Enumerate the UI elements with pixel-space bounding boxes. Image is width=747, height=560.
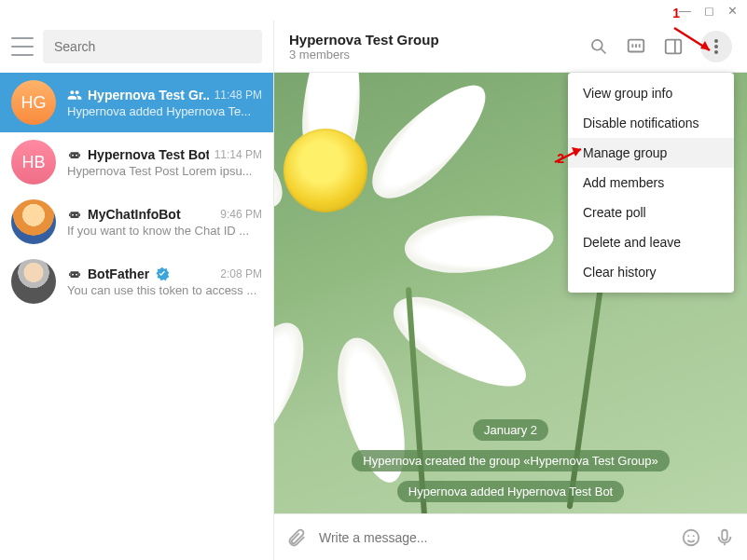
- bot-icon: [67, 207, 82, 222]
- annotation-arrow-1: [672, 22, 719, 60]
- menu-clear-history[interactable]: Clear history: [568, 257, 734, 287]
- sidebar-top: [0, 20, 273, 73]
- avatar: [11, 259, 56, 304]
- window-maximize[interactable]: ◻: [704, 5, 714, 17]
- app-body: HG Hypernova Test Gr... 11:48 PM Hyperno…: [0, 20, 747, 560]
- avatar: HB: [11, 140, 56, 184]
- service-messages: January 2 Hypernova created the group «H…: [274, 419, 747, 502]
- chat-name-label: MyChatInfoBot: [88, 207, 181, 222]
- svg-point-28: [687, 535, 689, 537]
- search-field[interactable]: [54, 39, 251, 54]
- chat-name-label: BotFather: [88, 266, 149, 281]
- svg-rect-10: [70, 271, 78, 278]
- window-close[interactable]: ✕: [727, 5, 738, 17]
- svg-point-11: [72, 273, 74, 275]
- svg-point-6: [72, 213, 74, 215]
- chat-time: 11:48 PM: [214, 89, 262, 102]
- svg-point-1: [72, 154, 74, 156]
- svg-rect-4: [79, 154, 80, 157]
- menu-delete-and-leave[interactable]: Delete and leave: [568, 227, 734, 257]
- chat-list-item[interactable]: HB Hypernova Test Bot 11:14 PM Hypernova…: [0, 132, 273, 192]
- svg-rect-13: [69, 273, 70, 276]
- svg-point-16: [592, 39, 602, 49]
- search-icon[interactable]: [588, 36, 609, 57]
- svg-point-7: [76, 213, 77, 215]
- chat-preview: You can use this token to access ...: [67, 283, 262, 297]
- chat-list: HG Hypernova Test Gr... 11:48 PM Hyperno…: [0, 73, 273, 560]
- chat-time: 9:46 PM: [220, 208, 262, 221]
- avatar: [11, 199, 56, 244]
- window-controls: — ◻ ✕: [0, 0, 747, 20]
- main-panel: Hypernova Test Group 3 members: [274, 20, 747, 560]
- menu-view-group-info[interactable]: View group info: [568, 78, 734, 108]
- chat-name-label: Hypernova Test Gr...: [88, 88, 209, 102]
- more-options-menu: View group info Disable notifications Ma…: [568, 73, 734, 293]
- avatar: HG: [11, 80, 56, 125]
- bot-icon: [67, 147, 82, 162]
- sidebar: HG Hypernova Test Gr... 11:48 PM Hyperno…: [0, 20, 274, 560]
- menu-manage-group[interactable]: Manage group: [568, 138, 734, 168]
- menu-create-poll[interactable]: Create poll: [568, 198, 734, 227]
- composer: [274, 513, 747, 560]
- group-icon: [67, 88, 82, 102]
- svg-point-2: [76, 154, 77, 156]
- svg-rect-8: [69, 213, 70, 216]
- chat-body: Hypernova Test Gr... 11:48 PM Hypernova …: [67, 88, 262, 118]
- chat-body: BotFather 2:08 PM You can use this token…: [67, 266, 262, 297]
- svg-point-27: [684, 529, 699, 545]
- emoji-icon[interactable]: [680, 526, 702, 549]
- menu-disable-notifications[interactable]: Disable notifications: [568, 108, 734, 138]
- svg-line-17: [602, 48, 606, 53]
- svg-rect-9: [79, 213, 80, 216]
- service-message: Hypernova created the group «Hypernova T…: [352, 450, 669, 471]
- chat-list-item[interactable]: BotFather 2:08 PM You can use this token…: [0, 252, 273, 311]
- svg-point-12: [76, 273, 77, 275]
- chat-name: Hypernova Test Gr...: [67, 88, 209, 102]
- discussion-icon[interactable]: [626, 36, 646, 57]
- svg-rect-14: [79, 273, 80, 276]
- search-input[interactable]: [43, 30, 262, 63]
- chat-preview: Hypernova added Hypernova Te...: [67, 104, 262, 118]
- chat-preview: Hypernova Test Post Lorem ipsu...: [67, 164, 262, 178]
- verified-icon: [155, 266, 170, 281]
- menu-icon[interactable]: [11, 37, 34, 56]
- chat-subtitle: 3 members: [289, 48, 577, 61]
- svg-rect-3: [69, 154, 70, 157]
- date-pill: January 2: [473, 419, 548, 441]
- svg-rect-0: [70, 152, 78, 158]
- chat-body: Hypernova Test Bot 11:14 PM Hypernova Te…: [67, 147, 262, 178]
- chat-name-label: Hypernova Test Bot: [88, 147, 209, 162]
- annotation-number-1: 1: [672, 6, 680, 20]
- message-input[interactable]: [319, 530, 669, 545]
- annotation-number-2: 2: [557, 151, 564, 166]
- chat-name: MyChatInfoBot: [67, 207, 181, 222]
- svg-point-29: [693, 535, 695, 537]
- window-minimize[interactable]: —: [679, 5, 691, 17]
- chat-name: BotFather: [67, 266, 170, 281]
- chat-titles[interactable]: Hypernova Test Group 3 members: [289, 32, 577, 61]
- service-message: Hypernova added Hypernova Test Bot: [397, 481, 624, 502]
- chat-list-item[interactable]: HG Hypernova Test Gr... 11:48 PM Hyperno…: [0, 73, 273, 132]
- attach-icon[interactable]: [285, 526, 308, 549]
- chat-title: Hypernova Test Group: [289, 32, 577, 48]
- bot-icon: [67, 266, 82, 281]
- chat-body: MyChatInfoBot 9:46 PM If you want to kno…: [67, 207, 262, 238]
- chat-preview: If you want to know the Chat ID ...: [67, 224, 262, 238]
- chat-time: 2:08 PM: [220, 267, 262, 280]
- svg-rect-5: [70, 212, 78, 218]
- menu-add-members[interactable]: Add members: [568, 168, 734, 198]
- mic-icon[interactable]: [713, 526, 736, 549]
- svg-rect-30: [722, 529, 727, 540]
- chat-time: 11:14 PM: [214, 148, 262, 161]
- chat-list-item[interactable]: MyChatInfoBot 9:46 PM If you want to kno…: [0, 192, 273, 252]
- chat-name: Hypernova Test Bot: [67, 147, 209, 162]
